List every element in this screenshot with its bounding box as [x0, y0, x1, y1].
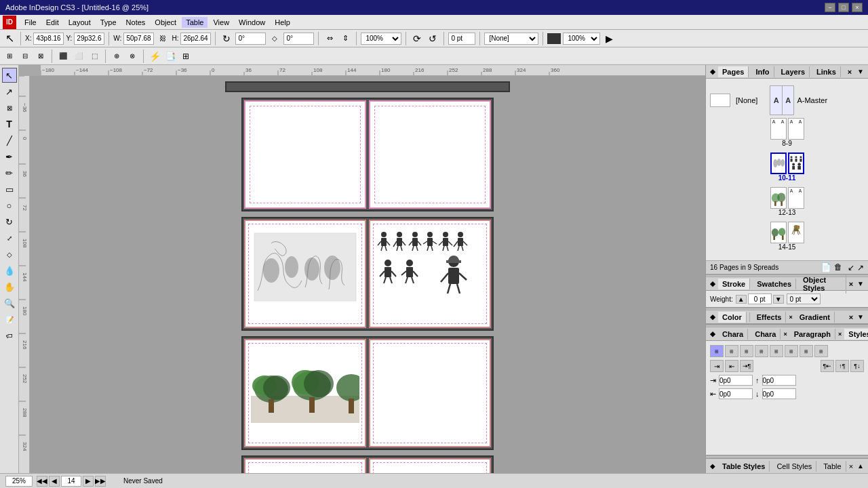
- chara-close-icon[interactable]: ×: [783, 331, 787, 338]
- tb2-more-icon[interactable]: ⊞: [179, 49, 193, 63]
- undo-icon[interactable]: ↺: [426, 32, 439, 45]
- table-footer-close[interactable]: ×: [849, 462, 853, 470]
- align-justify-all[interactable]: ≡: [770, 345, 783, 357]
- stroke-color-icon[interactable]: [547, 33, 561, 44]
- align-justify[interactable]: ≡: [755, 345, 768, 357]
- tool-zoom[interactable]: 🔍: [2, 296, 17, 310]
- tab-object-styles[interactable]: Object Styles: [799, 274, 846, 293]
- tool-pencil[interactable]: ✏: [2, 165, 17, 180]
- tab-pages[interactable]: Pages: [718, 66, 749, 77]
- tab-color[interactable]: Color: [718, 312, 747, 323]
- tab-effects[interactable]: Effects: [753, 312, 787, 323]
- tb2-flash-icon[interactable]: ⚡: [148, 49, 161, 63]
- tool-scale[interactable]: ⤢: [2, 230, 17, 245]
- align-left[interactable]: ≡: [710, 345, 724, 357]
- menu-notes[interactable]: Notes: [122, 17, 150, 28]
- minimize-button[interactable]: −: [825, 3, 835, 12]
- tb2-btn6[interactable]: ⬚: [87, 49, 101, 63]
- tab-chara2[interactable]: Chara: [751, 329, 781, 340]
- spread-8-9[interactable]: [241, 98, 494, 211]
- first-page-button[interactable]: ◀◀: [37, 476, 47, 487]
- zoom-select2[interactable]: 100%: [563, 33, 600, 45]
- fill-select[interactable]: [None]: [484, 33, 538, 45]
- tab-info[interactable]: Info: [751, 66, 774, 77]
- tool-line[interactable]: ╱: [2, 133, 17, 148]
- h-input[interactable]: [180, 33, 211, 45]
- tool-rect[interactable]: ▭: [2, 182, 17, 197]
- select-tool-icon[interactable]: ↖: [3, 32, 16, 45]
- stroke-panel-grip[interactable]: ▼: [857, 280, 864, 287]
- weight-up-arrow[interactable]: ▲: [736, 295, 747, 304]
- zoom-select[interactable]: 100%50%25%: [361, 33, 401, 45]
- lock-proportions-icon[interactable]: ⛓: [156, 32, 170, 45]
- indent-first[interactable]: ⇥¶: [740, 360, 753, 372]
- menu-type[interactable]: Type: [96, 17, 121, 28]
- thumb-spread-12-13[interactable]: A A 12-13: [770, 187, 804, 216]
- table-footer-grip[interactable]: ▲: [857, 462, 864, 470]
- shear-icon[interactable]: ◇: [268, 32, 281, 45]
- tab-styles[interactable]: Styles: [844, 329, 868, 340]
- zoom-more-icon[interactable]: ▶: [602, 32, 616, 45]
- right-indent-input[interactable]: [719, 388, 753, 399]
- tool-hand[interactable]: ✋: [2, 279, 17, 294]
- menu-layout[interactable]: Layout: [64, 17, 95, 28]
- menu-table[interactable]: Table: [182, 17, 208, 28]
- align-away-spine[interactable]: ≡: [814, 345, 828, 357]
- tb2-btn5[interactable]: ⬜: [72, 49, 85, 63]
- align-toward-spine[interactable]: ≡: [800, 345, 813, 357]
- tool-eyedropper[interactable]: 💧: [2, 263, 17, 278]
- tool-type[interactable]: T: [2, 117, 17, 131]
- tb2-btn3[interactable]: ⊠: [34, 49, 47, 63]
- tb2-btn8[interactable]: ⊗: [125, 49, 139, 63]
- tool-select[interactable]: ↖: [2, 68, 17, 83]
- tool-pen[interactable]: ✒: [2, 149, 17, 164]
- menu-file[interactable]: File: [20, 17, 41, 28]
- weight-select[interactable]: 0 pt0.5 pt1 pt: [787, 293, 821, 304]
- next-page-button[interactable]: ▶: [83, 476, 94, 487]
- indent-left[interactable]: ⇥: [710, 360, 724, 372]
- align-center[interactable]: ≡: [725, 345, 738, 357]
- flip-v-icon[interactable]: ⇕: [338, 32, 352, 45]
- align-justify-right[interactable]: ≡: [785, 345, 798, 357]
- tool-gap[interactable]: ⊠: [2, 100, 17, 115]
- angle-input[interactable]: [235, 33, 266, 45]
- close-button[interactable]: ×: [852, 3, 863, 12]
- tool-ellipse[interactable]: ○: [2, 198, 17, 213]
- space-after-input[interactable]: [762, 388, 796, 399]
- x-input[interactable]: [33, 33, 64, 45]
- tb2-btn7[interactable]: ⊕: [110, 49, 123, 63]
- tab-swatches[interactable]: Swatches: [753, 279, 796, 289]
- pages-panel-grip[interactable]: ▼: [857, 68, 864, 75]
- menu-help[interactable]: Help: [271, 17, 294, 28]
- left-indent-input[interactable]: [719, 375, 753, 386]
- tab-table[interactable]: Table: [819, 461, 846, 472]
- color-panel-grip[interactable]: ▼: [857, 313, 864, 321]
- tool-tag[interactable]: 🏷: [2, 328, 17, 343]
- spread-10-11[interactable]: [241, 217, 494, 331]
- tool-direct[interactable]: ↗: [2, 84, 17, 99]
- indent-last[interactable]: ¶⇤: [821, 360, 834, 372]
- para-close-icon[interactable]: ×: [838, 331, 842, 338]
- tb2-btn2[interactable]: ⊟: [18, 49, 32, 63]
- space-before[interactable]: ↑¶: [835, 360, 849, 372]
- tb2-btn1[interactable]: ⊞: [3, 49, 16, 63]
- shear-input[interactable]: [283, 33, 314, 45]
- tab-cell-styles[interactable]: Cell Styles: [772, 461, 816, 472]
- color-panel-close[interactable]: ×: [849, 313, 853, 321]
- tab-table-styles[interactable]: Table Styles: [718, 461, 770, 472]
- weight-input[interactable]: [748, 293, 772, 304]
- tab-paragraph[interactable]: Paragraph: [790, 329, 835, 340]
- stroke-panel-close[interactable]: ×: [849, 280, 853, 288]
- prev-page-button[interactable]: ◀: [49, 476, 60, 487]
- menu-window[interactable]: Window: [235, 17, 269, 28]
- zoom-status-input[interactable]: [5, 476, 33, 487]
- y-input[interactable]: [74, 33, 104, 45]
- spread-14-15[interactable]: [241, 455, 494, 473]
- pages-footer-btn-left[interactable]: ↙: [848, 263, 854, 272]
- align-right[interactable]: ≡: [740, 345, 753, 357]
- tool-rotate[interactable]: ↻: [2, 214, 17, 229]
- tb2-doc-icon[interactable]: 📑: [163, 49, 177, 63]
- tb2-btn4[interactable]: ⬛: [56, 49, 70, 63]
- delete-page-button[interactable]: 🗑: [834, 262, 842, 272]
- pages-panel-close[interactable]: ×: [848, 68, 852, 76]
